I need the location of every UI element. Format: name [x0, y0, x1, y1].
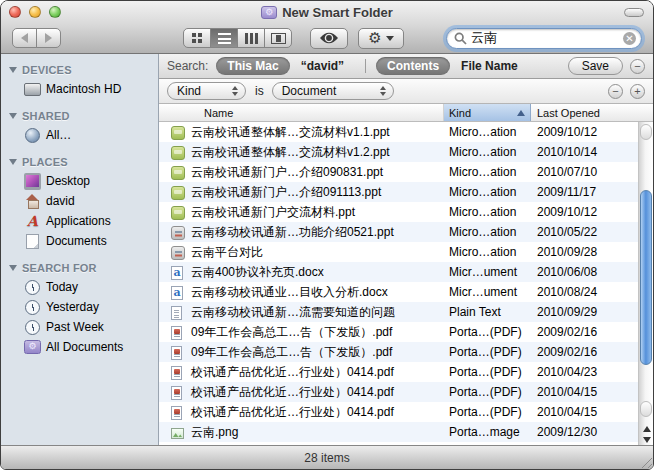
quick-look-button[interactable]	[310, 28, 348, 49]
file-name-cell: 校讯通产品优化近…行业处）0414.pdf	[159, 384, 444, 401]
sidebar-section-header[interactable]: PLACES	[1, 154, 158, 171]
sidebar-section-items: All…	[1, 125, 158, 145]
status-bar: 28 items	[1, 445, 653, 469]
scrollbar-thumb[interactable]	[640, 190, 652, 365]
list-view-button[interactable]	[210, 28, 238, 48]
toolbar-toggle-button[interactable]	[624, 8, 644, 17]
file-name: 云南校讯通整体解…交流材料v1.1.ppt	[191, 124, 390, 141]
sidebar-item[interactable]: Applications	[1, 211, 158, 231]
file-kind: Micro…ation	[444, 165, 531, 179]
table-row[interactable]: 云南移动校讯通新…功能介绍0521.ppt Micro…ation 2010/0…	[159, 222, 638, 242]
back-button[interactable]	[12, 28, 37, 48]
minimize-button[interactable]	[29, 6, 41, 18]
coverflow-view-button[interactable]	[264, 28, 292, 48]
close-button[interactable]	[9, 6, 21, 18]
search-input[interactable]	[471, 31, 623, 46]
sidebar-item[interactable]: All…	[1, 125, 158, 145]
content-pane: Search: This Mac “david” Contents File N…	[159, 54, 653, 445]
scope-this-mac[interactable]: This Mac	[216, 57, 289, 75]
file-name-cell: 云南移动校讯通业…目收入分析.docx	[159, 284, 444, 301]
mode-contents[interactable]: Contents	[376, 57, 450, 75]
remove-search-row-button[interactable]: −	[630, 59, 645, 74]
sidebar-item[interactable]: Yesterday	[1, 297, 158, 317]
value-dropdown-value: Document	[282, 84, 337, 98]
table-row[interactable]: 云南校讯通整体解…交流材料v1.2.ppt Micro…ation 2010/1…	[159, 142, 638, 162]
table-row[interactable]: 校讯通产品优化近…行业处）0414.pdf Porta…(PDF) 2010/0…	[159, 382, 638, 402]
file-name-cell: 09年工作会高总工…告（下发版）.pdf	[159, 324, 444, 341]
icon-view-button[interactable]	[183, 28, 211, 48]
view-switcher	[183, 28, 292, 48]
file-name: 云南.png	[191, 424, 238, 441]
smart-folder-proxy-icon[interactable]: ⚙	[261, 6, 277, 19]
scope-david[interactable]: “david”	[290, 57, 355, 75]
file-name: 云南校讯通新门户…介绍091113.ppt	[191, 184, 381, 201]
table-row[interactable]: 云南移动校讯通业…目收入分析.docx Micr…ument 2010/08/2…	[159, 282, 638, 302]
sidebar-item[interactable]: All Documents	[1, 337, 158, 357]
file-date: 2009/10/12	[531, 125, 638, 139]
save-button[interactable]: Save	[568, 57, 623, 75]
action-menu-button[interactable]: ⚙	[358, 28, 404, 49]
titlebar[interactable]: ⚙ New Smart Folder	[1, 1, 653, 23]
file-kind: Micro…ation	[444, 145, 531, 159]
table-row[interactable]: 校讯通产品优化近…行业处）0414.pdf Porta…(PDF) 2010/0…	[159, 362, 638, 382]
table-row[interactable]: 云南.png Porta…mage 2009/12/30	[159, 422, 638, 442]
table-row[interactable]: 云南移动校讯通新…流需要知道的问题 Plain Text 2010/09/29	[159, 302, 638, 322]
sidebar-item[interactable]: Documents	[1, 231, 158, 251]
table-row[interactable]: 云南校讯通新门户…介绍090831.ppt Micro…ation 2010/0…	[159, 162, 638, 182]
file-list: 云南校讯通整体解…交流材料v1.1.ppt Micro…ation 2009/1…	[159, 122, 638, 445]
table-row[interactable]: 云南平台对比 Micro…ation 2010/09/28	[159, 242, 638, 262]
clear-search-icon[interactable]: ✕	[623, 32, 636, 45]
globe-icon	[24, 127, 41, 143]
mode-file-name[interactable]: File Name	[450, 57, 529, 75]
table-row[interactable]: 09年工作会高总工…告（下发版）.pdf Porta…(PDF) 2009/02…	[159, 342, 638, 362]
resize-grip[interactable]	[639, 455, 652, 468]
sidebar-item-label: Documents	[46, 234, 107, 248]
powerpoint-gray-file-icon	[171, 246, 185, 260]
file-kind: Micr…ument	[444, 285, 531, 299]
sidebar-item[interactable]: Today	[1, 277, 158, 297]
pdf-file-icon	[171, 406, 182, 420]
sidebar-section-header[interactable]: DEVICES	[1, 62, 158, 79]
forward-arrow-icon	[45, 33, 52, 43]
sidebar-item[interactable]: Macintosh HD	[1, 79, 158, 99]
value-dropdown[interactable]: Document	[272, 82, 394, 100]
sidebar-item-label: All Documents	[46, 340, 123, 354]
filter-bar: Kind is Document − +	[159, 79, 653, 104]
search-field[interactable]: ✕	[446, 28, 642, 49]
remove-criterion-button[interactable]: −	[608, 84, 623, 99]
table-row[interactable]: 云南校讯通整体解…交流材料v1.1.ppt Micro…ation 2009/1…	[159, 122, 638, 142]
scroll-up-arrow-icon[interactable]	[643, 426, 651, 432]
sidebar-item[interactable]: Past Week	[1, 317, 158, 337]
sidebar-section: SHARED All…	[1, 108, 158, 145]
file-date: 2010/04/23	[531, 365, 638, 379]
search-icon	[454, 32, 467, 45]
vertical-scrollbar[interactable]	[638, 122, 653, 445]
table-row[interactable]: 校讯通产品优化近…行业处）0414.pdf Porta…(PDF) 2010/0…	[159, 402, 638, 422]
file-name-cell: 校讯通产品优化近…行业处）0414.pdf	[159, 404, 444, 421]
sidebar-item[interactable]: Desktop	[1, 171, 158, 191]
file-name-cell: 云南校讯通整体解…交流材料v1.1.ppt	[159, 124, 444, 141]
column-header-kind[interactable]: Kind	[444, 104, 531, 121]
column-header-last-opened[interactable]: Last Opened	[531, 104, 653, 121]
forward-button[interactable]	[36, 28, 61, 48]
coverflow-view-icon	[271, 33, 286, 44]
column-view-button[interactable]	[237, 28, 265, 48]
table-row[interactable]: 云南校讯通新门户…介绍091113.ppt Micro…ation 2009/1…	[159, 182, 638, 202]
table-row[interactable]: 云南400协议补充页.docx Micr…ument 2010/06/08	[159, 262, 638, 282]
sidebar-section-label: SHARED	[22, 110, 70, 122]
sidebar-section-header[interactable]: SEARCH FOR	[1, 260, 158, 277]
sidebar-section-label: PLACES	[22, 156, 68, 168]
file-date: 2010/06/08	[531, 265, 638, 279]
sidebar-item[interactable]: david	[1, 191, 158, 211]
finder-window: ⚙ New Smart Folder	[0, 0, 654, 470]
add-criterion-button[interactable]: +	[630, 84, 645, 99]
column-header-kind-label: Kind	[449, 107, 471, 119]
table-row[interactable]: 09年工作会高总工…告（下发版）.pdf Porta…(PDF) 2009/02…	[159, 322, 638, 342]
sidebar-section-header[interactable]: SHARED	[1, 108, 158, 125]
attribute-dropdown[interactable]: Kind	[167, 82, 246, 100]
zoom-button[interactable]	[49, 6, 61, 18]
table-row[interactable]: 云南校讯通新门户交流材料.ppt Micro…ation 2009/10/12	[159, 202, 638, 222]
column-header-name[interactable]: Name	[159, 104, 444, 121]
file-list-area: 云南校讯通整体解…交流材料v1.1.ppt Micro…ation 2009/1…	[159, 122, 653, 445]
scroll-down-arrow-icon[interactable]	[643, 437, 651, 443]
